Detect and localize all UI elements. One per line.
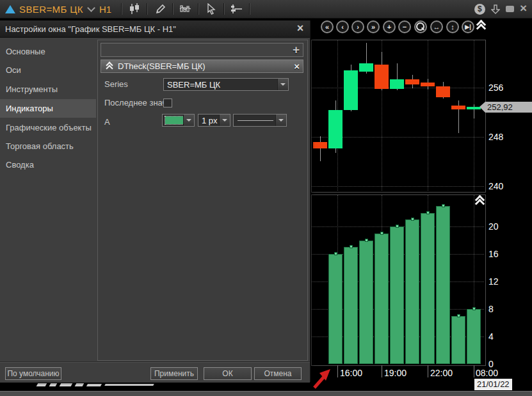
window-controls: $ × [474, 4, 532, 15]
scroll-fast-left-button[interactable]: « [321, 20, 334, 33]
sidebar-item-graphic-objects[interactable]: Графические объекты [0, 118, 96, 137]
scroll-right-button[interactable]: › [351, 20, 364, 33]
bar-top-marker [411, 218, 414, 221]
candle [328, 110, 343, 149]
dialog-close-icon[interactable]: × [294, 22, 306, 34]
line-style-preview [238, 120, 273, 121]
line-style-select[interactable] [233, 114, 287, 127]
toolbar-separator [147, 3, 148, 15]
candle-wick [320, 136, 321, 161]
series-select-value: SBER=МБ ЦК [167, 80, 220, 90]
line-color-select[interactable] [162, 114, 195, 127]
dialog-title: Настройки окна "График SBER=МБ ЦК - H1" [0, 20, 310, 38]
currency-coin-icon[interactable]: $ [474, 4, 485, 15]
indicator-axis-label: 8 [488, 304, 494, 314]
levels-icon [230, 4, 243, 14]
levels-tool-button[interactable] [228, 2, 246, 16]
instrument-selector[interactable]: SBER=МБ ЦК [19, 4, 83, 15]
dropdown-arrow-icon[interactable] [275, 115, 286, 126]
collapse-toolbar-chevron-icon[interactable] [476, 21, 485, 29]
last-value-label: Последнее знач. [104, 98, 169, 107]
indicator-axis-label: 4 [488, 331, 494, 342]
time-axis-tick [382, 365, 382, 377]
close-window-icon[interactable]: × [520, 4, 527, 13]
cancel-button[interactable]: Отмена [254, 367, 302, 380]
download-icon[interactable] [491, 4, 500, 14]
ok-button[interactable]: ОК [204, 367, 252, 380]
zoom-out-button[interactable]: − [398, 20, 411, 33]
last-value-checkbox[interactable] [163, 99, 172, 107]
volume-bar [375, 234, 389, 364]
grid-line-vertical [428, 40, 428, 191]
candle [390, 79, 404, 88]
toolbar-separator [121, 3, 122, 15]
candle [405, 79, 419, 84]
volume-bar [421, 213, 435, 364]
add-indicator-bar[interactable]: + [101, 43, 303, 57]
sidebar-item-instruments[interactable]: Инструменты [0, 80, 96, 99]
collapse-pane-chevron-icon[interactable] [475, 196, 484, 205]
time-axis-label: 08:00 [476, 368, 498, 378]
app-logo-triangle-icon [5, 5, 15, 13]
timeframe-selector[interactable]: H1 [99, 4, 111, 15]
sidebar-item-axes[interactable]: Оси [0, 61, 96, 79]
line-width-select[interactable]: 1 px [198, 114, 230, 127]
chevron-down-icon[interactable] [87, 4, 95, 12]
color-swatch [165, 116, 183, 124]
draw-tool-button[interactable] [151, 2, 169, 16]
default-button[interactable]: По умолчанию [5, 367, 61, 380]
indicator-card-header[interactable]: DTheck(SBER=МБ ЦК) × [101, 59, 303, 73]
zoom-reset-button[interactable] [414, 20, 427, 33]
sidebar-item-summary[interactable]: Сводка [0, 155, 96, 174]
price-axis-label: 240 [488, 181, 503, 191]
bar-top-marker [442, 204, 445, 207]
dropdown-arrow-icon[interactable] [277, 79, 288, 90]
cursor-tool-button[interactable] [202, 2, 220, 16]
compress-horizontal-button[interactable]: ↔ [430, 20, 443, 33]
bar-top-marker [426, 211, 430, 214]
restore-window-icon[interactable] [506, 6, 514, 12]
zoom-in-button[interactable]: + [383, 20, 396, 33]
sidebar-item-indicators[interactable]: Индикаторы [0, 99, 96, 118]
cursor-icon [206, 3, 216, 15]
candlestick-style-button[interactable] [125, 2, 143, 16]
volume-bar [467, 309, 481, 364]
dropdown-arrow-icon[interactable] [219, 115, 230, 126]
time-axis-label: 16:00 [340, 368, 362, 378]
add-indicator-plus-icon[interactable]: + [293, 43, 300, 57]
candle [421, 83, 435, 86]
line-a-label: A [104, 117, 110, 127]
candle [359, 63, 373, 72]
series-select[interactable]: SBER=МБ ЦК [163, 78, 289, 91]
volume-bar [344, 247, 358, 364]
dialog-footer: По умолчанию Применить ОК Отмена [0, 361, 310, 383]
magnifier-icon [416, 22, 424, 31]
indicator-close-icon[interactable]: × [294, 60, 300, 72]
volume-profile-button[interactable] [177, 2, 195, 16]
red-arrow-annotation-icon [311, 366, 337, 392]
bar-top-marker [472, 307, 476, 310]
dropdown-arrow-icon[interactable] [183, 115, 194, 126]
bar-top-marker [457, 314, 460, 317]
candlestick-chart-icon [129, 3, 140, 15]
apply-button[interactable]: Применить [150, 367, 198, 380]
pencil-icon [155, 4, 166, 15]
bar-top-marker [396, 225, 399, 228]
toolbar-separator [249, 3, 250, 15]
volume-bar [451, 316, 465, 364]
candle [375, 65, 389, 89]
bar-top-marker [350, 245, 353, 248]
scroll-fast-right-button[interactable]: » [367, 20, 380, 33]
go-to-end-button[interactable]: ▶| [462, 20, 474, 33]
scroll-left-button[interactable]: ‹ [336, 20, 349, 33]
indicator-card-title: DTheck(SBER=МБ ЦК) [118, 60, 206, 72]
fit-vertical-button[interactable]: ↕ [446, 20, 459, 33]
sidebar-item-general[interactable]: Основные [0, 42, 96, 61]
collapse-card-chevrons-icon[interactable] [106, 63, 113, 70]
last-price-arrow-icon [480, 102, 485, 113]
sidebar-item-trading-area[interactable]: Торговая область [0, 137, 96, 155]
price-axis-label: 256 [488, 83, 503, 93]
volume-bar [405, 219, 419, 364]
candle [344, 70, 358, 110]
toolbar-separator [198, 3, 199, 15]
